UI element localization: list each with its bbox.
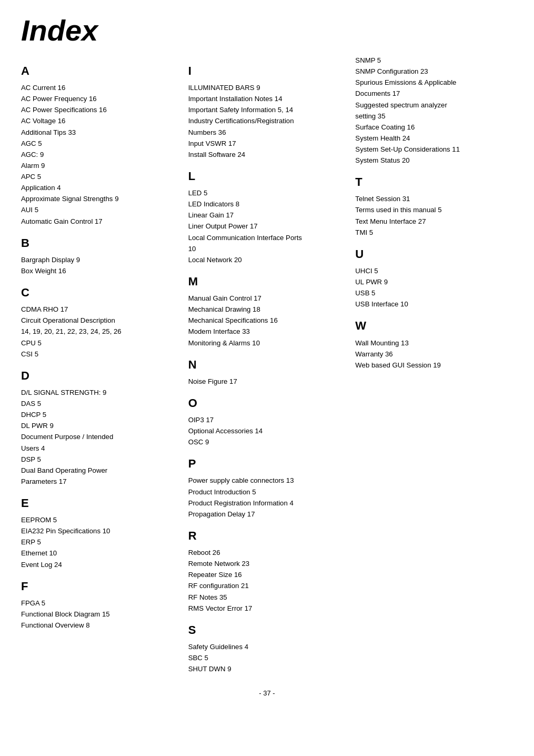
index-entry: LED 5 (188, 187, 346, 198)
index-entry: CPU 5 (21, 337, 179, 349)
section-letter-d: D (21, 367, 179, 385)
index-entry: Repeater Size 16 (188, 569, 346, 580)
index-entry: Surface Coating 16 (355, 122, 513, 133)
index-entry: Additional Tips 33 (21, 127, 179, 138)
index-entry: LED Indicators 8 (188, 198, 346, 210)
section-letter-w: W (355, 317, 513, 335)
section-letter-r: R (188, 527, 346, 545)
index-entry: D/L SIGNAL STRENGTH: 9 (21, 387, 179, 398)
index-entry: System Status 20 (355, 155, 513, 166)
index-entry: DAS 5 (21, 398, 179, 409)
column-1: IILLUMINATED BARS 9Important Installatio… (188, 55, 356, 674)
section-letter-p: P (188, 455, 346, 473)
section-letter-t: T (355, 173, 513, 191)
index-entry: Liner Output Power 17 (188, 221, 346, 232)
index-entry: CDMA RHO 17 (21, 304, 179, 315)
index-entry: Event Log 24 (21, 559, 179, 570)
index-entry: Users 4 (21, 443, 179, 454)
index-entry: EEPROM 5 (21, 514, 179, 525)
index-entry: AC Power Specifications 16 (21, 104, 179, 115)
index-entry: UHCI 5 (355, 265, 513, 276)
section-letter-m: M (188, 273, 346, 291)
index-entry: Product Introduction 5 (188, 486, 346, 498)
index-entry: Reboot 26 (188, 547, 346, 558)
index-entry: AGC: 9 (21, 149, 179, 160)
index-entry: Circuit Operational Description (21, 315, 179, 326)
index-entry: Documents 17 (355, 88, 513, 99)
section-letter-i: I (188, 62, 346, 80)
index-entry: ERP 5 (21, 536, 179, 548)
index-entry: Text Menu Interface 27 (355, 216, 513, 227)
index-entry: Local Communication Interface Ports (188, 232, 346, 243)
index-entry: Document Purpose / Intended (21, 431, 179, 442)
section-letter-b: B (21, 234, 179, 252)
index-entry: Linear Gain 17 (188, 210, 346, 221)
index-entry: AGC 5 (21, 138, 179, 149)
index-entry: Important Safety Information 5, 14 (188, 104, 346, 115)
index-entry: SHUT DWN 9 (188, 663, 346, 674)
index-entry: AUI 5 (21, 204, 179, 215)
index-entry: FPGA 5 (21, 598, 179, 609)
index-entry: Terms used in this manual 5 (355, 204, 513, 215)
index-entry: EIA232 Pin Specifications 10 (21, 525, 179, 536)
section-letter-n: N (188, 356, 346, 374)
index-entry: Propagation Delay 17 (188, 509, 346, 520)
index-entry: Alarm 9 (21, 160, 179, 171)
index-entry: Functional Block Diagram 15 (21, 609, 179, 620)
index-entry: SBC 5 (188, 652, 346, 663)
index-entry: Automatic Gain Control 17 (21, 216, 179, 227)
index-entry: Noise Figure 17 (188, 376, 346, 387)
index-entry: Dual Band Operating Power (21, 465, 179, 476)
index-entry: AC Voltage 16 (21, 115, 179, 126)
index-entry: Spurious Emissions & Applicable (355, 77, 513, 88)
index-entry: setting 35 (355, 111, 513, 122)
index-entry: Product Registration Information 4 (188, 498, 346, 509)
index-entry: Local Network 20 (188, 254, 346, 265)
page-title: Index (21, 16, 513, 45)
index-entry: Install Software 24 (188, 149, 346, 160)
index-columns: AAC Current 16AC Power Frequency 16AC Po… (21, 55, 513, 674)
section-letter-l: L (188, 167, 346, 185)
index-entry: Input VSWR 17 (188, 138, 346, 149)
index-entry: System Set-Up Considerations 11 (355, 144, 513, 155)
index-entry: DHCP 5 (21, 409, 179, 420)
index-entry: DSP 5 (21, 454, 179, 465)
index-entry: Safety Guidelines 4 (188, 641, 346, 652)
index-entry: APC 5 (21, 171, 179, 182)
section-letter-s: S (188, 621, 346, 639)
index-entry: Box Weight 16 (21, 265, 179, 276)
index-entry: Optional Accessories 14 (188, 425, 346, 436)
index-entry: USB Interface 10 (355, 299, 513, 310)
index-entry: Warranty 36 (355, 349, 513, 360)
index-entry: Approximate Signal Strengths 9 (21, 193, 179, 204)
index-entry: AC Power Frequency 16 (21, 93, 179, 104)
section-letter-f: F (21, 578, 179, 595)
index-entry: Application 4 (21, 182, 179, 193)
index-entry: UL PWR 9 (355, 276, 513, 287)
section-letter-e: E (21, 494, 179, 512)
index-entry: Parameters 17 (21, 476, 179, 487)
index-entry: OIP3 17 (188, 414, 346, 425)
index-entry: Suggested spectrum analyzer (355, 100, 513, 111)
index-entry: Remote Network 23 (188, 558, 346, 569)
index-entry: Manual Gain Control 17 (188, 293, 346, 304)
page-footer: - 37 - (21, 689, 513, 697)
index-entry: System Health 24 (355, 133, 513, 144)
index-entry: DL PWR 9 (21, 420, 179, 431)
index-entry: USB 5 (355, 287, 513, 299)
index-entry: Mechanical Drawing 18 (188, 304, 346, 315)
index-entry: Modem Interface 33 (188, 326, 346, 337)
section-letter-u: U (355, 245, 513, 263)
index-entry: SNMP 5 (355, 55, 513, 66)
index-entry: Ethernet 10 (21, 548, 179, 559)
index-entry: 14, 19, 20, 21, 22, 23, 24, 25, 26 (21, 326, 179, 337)
index-entry: RMS Vector Error 17 (188, 603, 346, 614)
index-entry: Telnet Session 31 (355, 193, 513, 204)
index-entry: Wall Mounting 13 (355, 337, 513, 349)
section-letter-o: O (188, 394, 346, 412)
index-entry: RF configuration 21 (188, 580, 346, 591)
index-entry: Functional Overview 8 (21, 620, 179, 631)
index-entry: Industry Certifications/Registration (188, 115, 346, 126)
index-entry: RF Notes 35 (188, 592, 346, 603)
index-entry: Numbers 36 (188, 127, 346, 138)
